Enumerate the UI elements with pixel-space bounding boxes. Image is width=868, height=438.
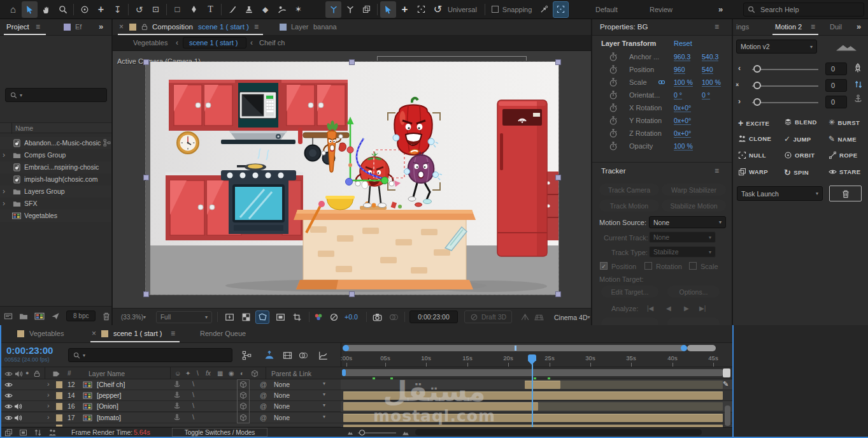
selection-handle[interactable]	[143, 291, 149, 297]
rotation-checkbox[interactable]	[644, 262, 652, 270]
resolution-dropdown[interactable]: Full ▾	[156, 311, 212, 323]
composition-viewer[interactable]: Active Camera (Camera 1)	[113, 51, 591, 308]
layer-duration-bar-dim[interactable]	[560, 381, 723, 389]
snap-scope-button[interactable]	[553, 1, 569, 18]
fast-preview-icon[interactable]	[225, 312, 234, 322]
current-timecode[interactable]: 0:00:23:00	[6, 345, 53, 356]
slider-knob[interactable]	[753, 82, 761, 89]
tracker-menu-icon[interactable]: ≡	[715, 166, 719, 175]
spin-button[interactable]: ↻SPIN	[784, 168, 809, 177]
eye-icon[interactable]	[4, 402, 13, 411]
ground-plane-icon[interactable]	[534, 312, 544, 322]
rocket-icon[interactable]	[853, 62, 863, 74]
composition-mini-flowchart-icon[interactable]	[242, 351, 252, 360]
property-value-y[interactable]: 540	[702, 66, 713, 74]
analyze-backward-icon[interactable]: ◀	[666, 305, 671, 312]
tab-settings-cropped[interactable]: ings	[736, 23, 749, 31]
roi-button[interactable]	[255, 310, 269, 324]
crop-icon[interactable]	[292, 312, 302, 322]
playhead-line[interactable]	[532, 360, 533, 427]
link-scale-icon[interactable]	[657, 78, 666, 86]
edit-target-button[interactable]: Edit Target...	[601, 286, 658, 298]
fold-icon[interactable]	[520, 312, 530, 322]
options-button[interactable]: Options...	[667, 286, 720, 298]
slider-value-box[interactable]: 0	[825, 79, 847, 92]
stopwatch-icon[interactable]	[609, 129, 618, 138]
selection-handle[interactable]	[555, 175, 561, 180]
layer-name[interactable]: [Cheif ch]	[97, 381, 125, 388]
work-area-start[interactable]	[342, 369, 346, 376]
quality-slash-icon[interactable]: \	[192, 391, 194, 398]
stopwatch-icon[interactable]	[609, 142, 618, 150]
analyze-forward-frame-icon[interactable]: ▶|	[699, 305, 706, 312]
null-button[interactable]: NULL	[738, 151, 766, 159]
scene-tab-menu-icon[interactable]: ≡	[171, 329, 175, 338]
shy-layers-icon[interactable]	[48, 428, 57, 437]
warp-stabilizer-button[interactable]: Warp Stabilizer	[662, 184, 726, 196]
timeline-zoom-knob[interactable]	[359, 430, 365, 435]
timeline-search[interactable]: ▾	[68, 348, 232, 362]
selection-gizmo-button[interactable]	[380, 1, 396, 18]
show-snapshot-icon[interactable]	[389, 312, 399, 322]
selection-handle[interactable]	[143, 59, 149, 65]
project-item-row[interactable]: › Layers Group	[0, 186, 111, 198]
live-update-icon[interactable]	[19, 428, 27, 437]
task-launch-dropdown[interactable]: Task Launch ▾	[737, 186, 823, 201]
layer-row[interactable]: › 12 [Cheif ch] \ @ None ▾	[1, 379, 341, 390]
parent-caret-icon[interactable]: ▾	[323, 391, 325, 397]
project-item-row[interactable]: impish-laugh(chosic.com	[0, 173, 111, 186]
text-tool[interactable]: T	[203, 1, 218, 18]
comp-marker-bin[interactable]	[723, 369, 730, 377]
camera-tool[interactable]: ⊡	[148, 1, 164, 18]
lock-icon[interactable]	[141, 23, 148, 31]
speaker-icon[interactable]	[14, 414, 22, 422]
crumb-root[interactable]: Vegetables	[133, 39, 167, 47]
zoom-out-mountain-icon[interactable]	[347, 430, 353, 435]
navigator-end-handle[interactable]	[681, 345, 687, 351]
stabilize-motion-button[interactable]: Stabilize Motion	[662, 200, 726, 212]
property-value-x[interactable]: 960	[674, 66, 685, 74]
layer-name-column-label[interactable]: Layer Name	[89, 370, 125, 377]
reset-button[interactable]: Reset	[674, 40, 692, 47]
pickwhip-icon[interactable]: @	[260, 381, 267, 388]
workspace-default[interactable]: Default	[595, 6, 618, 13]
exposure-value[interactable]: +0.0	[345, 313, 358, 321]
project-item-row[interactable]: › SFX	[0, 198, 111, 210]
delete-task-button[interactable]	[829, 186, 862, 201]
slider-value-box[interactable]: 0	[825, 62, 847, 75]
home-button[interactable]: ⌂	[5, 1, 21, 18]
snapshot-camera-icon[interactable]	[373, 312, 382, 322]
orbit-button[interactable]: ORBIT	[784, 151, 815, 159]
jump-button[interactable]: ✓JUMP	[784, 135, 811, 143]
roto-brush-tool[interactable]	[274, 1, 290, 18]
property-value[interactable]: 100 %	[674, 142, 693, 150]
anchor-icon[interactable]	[853, 94, 863, 104]
blend-button[interactable]: BLEND	[784, 118, 817, 126]
slider-track[interactable]	[752, 85, 818, 87]
pickwhip-icon[interactable]: @	[260, 402, 267, 410]
dolly-camera-tool[interactable]: ↧	[110, 1, 125, 18]
project-item-row[interactable]: Abandon...c-Music-chosic	[0, 137, 111, 149]
view-axis-mode[interactable]	[359, 1, 374, 18]
tab-motion-2[interactable]: Motion 2	[775, 23, 802, 31]
label-swatch[interactable]	[56, 414, 62, 421]
zoom-in-mountain-icon[interactable]	[401, 429, 410, 436]
tab-scene[interactable]: scene 1 ( start )	[113, 330, 162, 337]
eye-icon[interactable]	[4, 414, 13, 422]
project-item-row[interactable]: Embraci...nspiring-chosic	[0, 161, 111, 173]
project-tab-menu-icon[interactable]: ≡	[36, 22, 40, 31]
zoom-tool[interactable]	[55, 1, 71, 18]
track-motion-button[interactable]: Track Motion	[599, 200, 659, 212]
new-folder-icon[interactable]	[19, 312, 28, 321]
rectangle-tool[interactable]: □	[169, 1, 185, 18]
pan-camera-tool[interactable]: +	[93, 1, 109, 18]
snapping-checkbox[interactable]	[492, 6, 499, 13]
rotate-gizmo-button[interactable]: ↺	[430, 1, 446, 18]
new-composition-icon[interactable]	[34, 312, 45, 321]
expand-layers-icon[interactable]	[4, 428, 13, 437]
project-item-row[interactable]: Vegetables	[0, 210, 111, 222]
close-tab-icon[interactable]: ×	[119, 22, 124, 31]
timeline-horizontal-scrollbar[interactable]	[415, 429, 702, 435]
slider-track[interactable]	[752, 102, 818, 103]
tab-project[interactable]: Project	[6, 23, 29, 31]
